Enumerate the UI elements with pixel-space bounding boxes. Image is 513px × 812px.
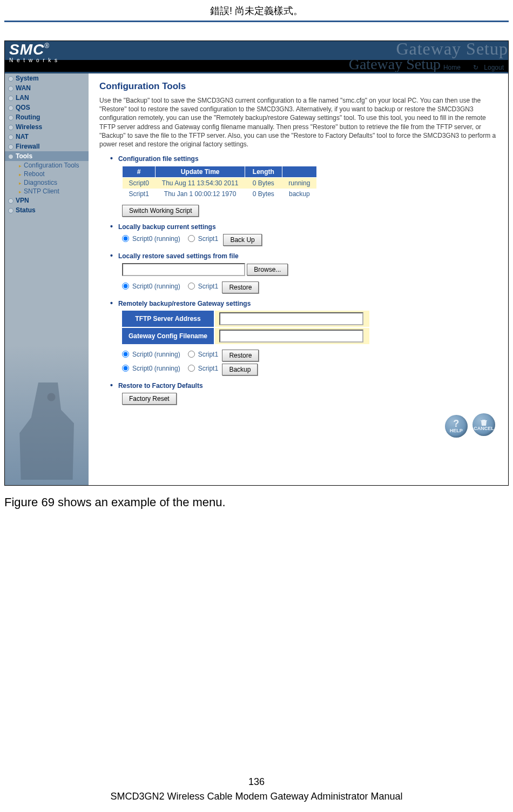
radio-script1-backup[interactable] [188,235,195,242]
restore-button[interactable]: Restore [222,281,259,293]
sidebar-item-lan[interactable]: LAN [5,93,89,103]
home-icon: ⌂ [432,64,436,71]
table-row: Script0Thu Aug 11 13:54:30 20110 Bytesru… [123,178,317,189]
table-row: Script1Thu Jan 1 00:00:12 19700 Bytesbac… [123,189,317,199]
intro-text: Use the "Backup" tool to save the SMCD3G… [99,96,501,149]
gateway-file-label: Gateway Config Filename [122,327,214,344]
brand-logo: SMC [9,41,44,58]
home-link[interactable]: ⌂ Home [427,64,461,71]
doc-header: 錯誤! 尚未定義樣式。 [0,0,513,17]
sidebar-sub-reboot[interactable]: Reboot [5,170,89,178]
gateway-file-input[interactable] [219,330,363,343]
registered-icon: ® [44,42,49,50]
sidebar-illustration [16,382,80,480]
factory-reset-button[interactable]: Factory Reset [122,393,177,405]
logout-icon: ↻ [473,64,478,71]
header-rule [4,21,509,22]
doc-footer: 136 SMCD3GN2 Wireless Cable Modem Gatewa… [0,776,513,802]
sidebar-item-firewall[interactable]: Firewall [5,142,89,151]
manual-title: SMCD3GN2 Wireless Cable Modem Gateway Ad… [0,791,513,802]
page-title: Configuration Tools [99,81,501,92]
sidebar-item-tools[interactable]: Tools [5,151,89,161]
switch-script-button[interactable]: Switch Working Script [122,205,199,217]
section-config-file: Configuration file settings [110,155,199,163]
brand-subtitle: N e t w o r k s [9,57,58,63]
sidebar-item-status[interactable]: Status [5,205,89,215]
th-num: # [123,166,156,178]
tftp-table: TFTP Server Address Gateway Config Filen… [122,311,369,344]
brand-bar: SMC® N e t w o r k s Gateway Setup Gatew… [5,41,508,73]
tftp-addr-input[interactable] [219,312,363,325]
radio-script1-remote-backup[interactable] [188,365,195,372]
question-icon: ? [453,419,459,428]
radio-script0-backup[interactable] [122,235,129,242]
section-remote: Remotely backup/restore Gateway settings [110,300,251,307]
screenshot-frame: SMC® N e t w o r k s Gateway Setup Gatew… [4,41,509,486]
radio-script1-restore[interactable] [188,283,195,290]
radio-script1-remote-restore[interactable] [188,351,195,358]
config-file-table: # Update Time Length Script0Thu Aug 11 1… [122,166,317,199]
radio-script0-remote-restore[interactable] [122,351,129,358]
radio-script0-remote-backup[interactable] [122,365,129,372]
backup-button[interactable]: Back Up [223,234,261,246]
logout-link[interactable]: ↻Logout [468,64,504,71]
sidebar-sub-config-tools[interactable]: Configuration Tools [5,161,89,170]
sidebar-item-system[interactable]: System [5,73,89,83]
sidebar-item-qos[interactable]: QOS [5,103,89,112]
th-blank [282,166,316,178]
cancel-button[interactable]: CANCEL [473,413,495,436]
th-update: Update Time [156,166,245,178]
browse-button[interactable]: Browse... [247,264,288,276]
sidebar: System WAN LAN QOS Routing Wireless NAT … [5,73,89,485]
figure-caption: Figure 69 shows an example of the menu. [4,495,509,509]
main-panel: Configuration Tools Use the "Backup" too… [89,73,508,485]
section-factory: Restore to Factory Defaults [110,382,203,390]
tftp-addr-label: TFTP Server Address [122,311,214,327]
sidebar-sub-diagnostics[interactable]: Diagnostics [5,178,89,187]
remote-restore-button[interactable]: Restore [222,350,259,361]
help-button[interactable]: ? HELP [445,415,468,438]
section-local-backup: Locally backup current settings [110,223,216,231]
sidebar-item-vpn[interactable]: VPN [5,196,89,205]
restore-file-input[interactable] [122,263,245,276]
sidebar-item-nat[interactable]: NAT [5,132,89,142]
th-length: Length [245,166,282,178]
radio-script0-restore[interactable] [122,283,129,290]
sidebar-sub-sntp[interactable]: SNTP Client [5,187,89,196]
sidebar-item-wireless[interactable]: Wireless [5,122,89,132]
sidebar-item-routing[interactable]: Routing [5,112,89,122]
remote-backup-button[interactable]: Backup [222,364,258,375]
section-local-restore: Locally restore saved settings from file [110,252,239,260]
sidebar-item-wan[interactable]: WAN [5,83,89,93]
page-number: 136 [0,776,513,788]
